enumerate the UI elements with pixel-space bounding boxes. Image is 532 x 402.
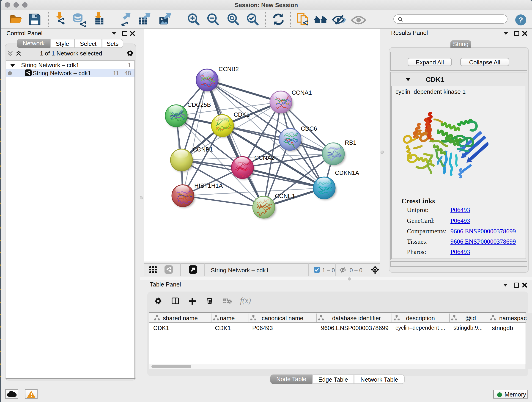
svg-text:RB1: RB1 [345,139,356,146]
svg-text:CDC25B: CDC25B [187,101,211,108]
svg-text:CDKN1A: CDKN1A [335,169,359,176]
svg-text:CDK1: CDK1 [234,111,249,118]
svg-text:CCNA2: CCNA2 [254,154,274,161]
svg-text:HIST1H1A: HIST1H1A [194,182,223,189]
svg-text:CCNB2: CCNB2 [219,65,239,72]
svg-text:CCNE1: CCNE1 [275,192,295,199]
svg-text:CDC6: CDC6 [301,125,317,132]
svg-text:CCNA1: CCNA1 [292,89,312,96]
svg-text:CCNB1: CCNB1 [193,146,213,153]
